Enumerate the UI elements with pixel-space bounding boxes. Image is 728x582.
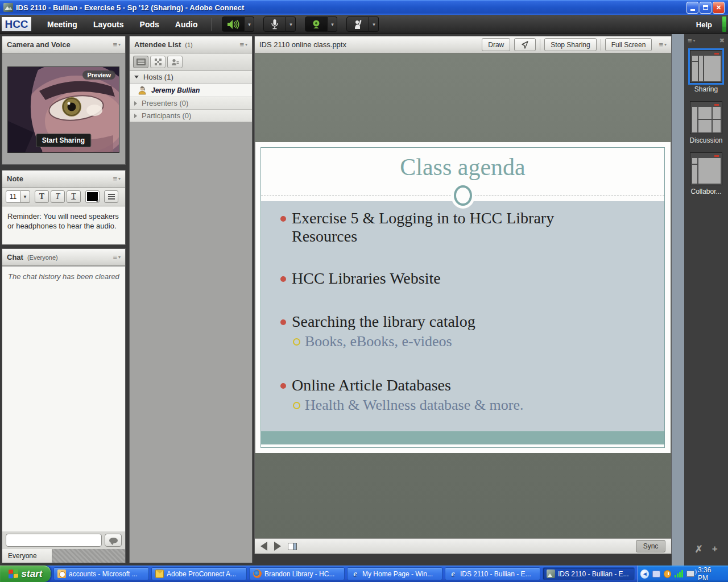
- minimize-button[interactable]: [686, 2, 698, 14]
- taskbar-task-ie-home[interactable]: e My Home Page - Win...: [347, 567, 442, 580]
- attendee-status-view-button[interactable]: [167, 56, 183, 68]
- note-text[interactable]: Reminder: You will need speakers or head…: [2, 207, 125, 244]
- bullet-dot-icon: [280, 216, 286, 222]
- attendee-breakout-view-button[interactable]: [150, 56, 166, 68]
- shared-document-title: IDS 2110 online class.pptx: [259, 40, 346, 49]
- text-color-button[interactable]: [85, 190, 100, 203]
- camera-pod-menu-icon[interactable]: ≡▾: [113, 42, 121, 48]
- share-pod-header: IDS 2110 online class.pptx Draw Stop Sha…: [255, 36, 671, 53]
- adobe-connect-window: IDS 2110 - Bullian - Exercise 5 - Sp '12…: [0, 0, 728, 582]
- close-button[interactable]: ✕: [713, 2, 725, 14]
- chat-history-message: The chat history has been cleared: [8, 272, 119, 281]
- chat-pod-header: Chat (Everyone) ≡▾: [2, 249, 125, 266]
- full-screen-button[interactable]: Full Screen: [605, 38, 652, 51]
- tray-collapse-chevron[interactable]: ◄: [640, 569, 649, 579]
- stop-sharing-button[interactable]: Stop Sharing: [544, 38, 596, 51]
- attendee-group-participants[interactable]: Participants (0): [130, 110, 252, 122]
- add-layout-button[interactable]: +: [712, 543, 718, 555]
- attendee-group-hosts[interactable]: Hosts (1): [130, 71, 252, 84]
- minimize-icon: [690, 9, 695, 11]
- raise-hand-dropdown[interactable]: ▾: [369, 16, 379, 32]
- taskbar-task-ie-ids2110[interactable]: e IDS 2110 - Bullian - E...: [445, 567, 540, 580]
- note-format-toolbar: 11 ▼ T T T: [2, 188, 125, 206]
- toolbar-divider: [540, 39, 540, 51]
- menu-audio[interactable]: Audio: [175, 20, 198, 29]
- font-size-dropdown[interactable]: ▼: [20, 190, 30, 203]
- attendee-pod-menu-icon[interactable]: ≡▾: [239, 42, 247, 48]
- slide-bullet-2: HCC Libraries Website: [280, 269, 441, 288]
- taskbar-task-outlook[interactable]: accounts - Microsoft ...: [53, 567, 149, 580]
- menu-divider: [211, 18, 212, 31]
- layout-bar-close-icon[interactable]: ✖: [719, 37, 725, 44]
- participants-group-label: Participants (0): [142, 111, 191, 120]
- microphone-dropdown[interactable]: ▾: [286, 16, 296, 32]
- layout-thumb-sharing[interactable]: [690, 50, 722, 83]
- taskbar-task-proconnect[interactable]: Adobe ProConnect A...: [151, 567, 247, 580]
- maximize-button[interactable]: [700, 2, 712, 14]
- attendee-group-presenters[interactable]: Presenters (0): [130, 97, 252, 110]
- app-menu-bar: HCC Meeting Layouts Pods Audio ▾: [0, 15, 728, 34]
- thumb-accent-dot: [714, 104, 719, 106]
- note-pod-menu-icon[interactable]: ≡▾: [113, 176, 121, 182]
- pointer-tool-button[interactable]: [514, 38, 536, 51]
- chat-send-button[interactable]: [105, 534, 122, 547]
- system-tray: ◄ 3:36 PM: [638, 566, 728, 582]
- bullet-list-button[interactable]: [104, 190, 118, 203]
- firefox-icon: [253, 569, 262, 578]
- chat-pod-title: Chat: [7, 253, 23, 261]
- attendee-name: Jeremy Bullian: [151, 86, 200, 94]
- share-pod-menu-icon[interactable]: ≡▾: [659, 42, 667, 48]
- start-button[interactable]: start: [0, 566, 51, 582]
- layout-thumb-collaboration[interactable]: [690, 152, 722, 185]
- ring-bullet-icon: [293, 402, 300, 409]
- chat-message-input[interactable]: [6, 534, 102, 547]
- layout-thumb-discussion[interactable]: [690, 101, 722, 134]
- italic-button[interactable]: T: [51, 190, 65, 203]
- attendee-list-view-button[interactable]: [133, 56, 148, 68]
- bullet-text: Exercise 5 & Logging in to HCC Library R…: [292, 209, 610, 246]
- tray-signal-icon[interactable]: [675, 570, 683, 577]
- menu-layouts[interactable]: Layouts: [93, 20, 124, 29]
- menu-help[interactable]: Help: [696, 15, 712, 34]
- layout-options-wrench-icon[interactable]: ✗: [694, 543, 702, 555]
- layout-bar-menu-icon[interactable]: ≡▾: [688, 38, 696, 44]
- chat-tab-everyone[interactable]: Everyone: [2, 549, 52, 563]
- tray-device-icon[interactable]: [652, 571, 660, 577]
- microphone-button[interactable]: [263, 16, 286, 32]
- underline-button[interactable]: T: [67, 190, 81, 203]
- taskbar-task-connect-active[interactable]: IDS 2110 - Bullian - E...: [543, 567, 635, 580]
- expand-triangle-icon: [134, 101, 137, 106]
- speech-bubble-icon: [109, 538, 118, 543]
- menu-meeting[interactable]: Meeting: [47, 20, 77, 29]
- menu-pods[interactable]: Pods: [140, 20, 159, 29]
- next-slide-button[interactable]: [274, 542, 281, 551]
- bullet-dot-icon: [280, 383, 286, 389]
- chat-pod-menu-icon[interactable]: ≡▾: [113, 255, 121, 260]
- subbullet-text: Health & Wellness database & more.: [305, 397, 523, 414]
- chat-input-row: [2, 531, 125, 549]
- start-sharing-button[interactable]: Start Sharing: [36, 134, 91, 147]
- webcam-dropdown[interactable]: ▾: [328, 16, 337, 32]
- previous-slide-button[interactable]: [260, 542, 267, 551]
- font-size-select[interactable]: 11: [6, 190, 20, 203]
- webcam-button[interactable]: [305, 16, 328, 32]
- task-label: IDS 2110 - Bullian - E...: [558, 570, 629, 578]
- bold-button[interactable]: T: [35, 190, 49, 203]
- tray-clock-icon[interactable]: [664, 570, 672, 578]
- presentation-stage: Class agenda Exercise 5 & Logging in to …: [255, 54, 671, 539]
- workspace: Camera and Voice ≡▾: [0, 34, 728, 566]
- share-pod-footer: Sync: [255, 538, 671, 554]
- color-swatch: [87, 192, 98, 201]
- pod-dock-strip: [672, 34, 684, 566]
- tray-network-icon[interactable]: [686, 571, 694, 577]
- expand-triangle-icon: [134, 114, 137, 118]
- sync-button[interactable]: Sync: [636, 540, 665, 552]
- speaker-button[interactable]: [222, 16, 245, 32]
- raise-hand-button[interactable]: [346, 16, 369, 32]
- connection-status-icon[interactable]: [722, 16, 726, 32]
- attendee-row-host[interactable]: Jeremy Bullian: [130, 84, 252, 97]
- draw-button[interactable]: Draw: [482, 38, 510, 51]
- speaker-dropdown[interactable]: ▾: [245, 16, 254, 32]
- taskbar-task-firefox[interactable]: Brandon Library - HC...: [249, 567, 345, 580]
- sidebar-toggle-button[interactable]: [288, 543, 297, 550]
